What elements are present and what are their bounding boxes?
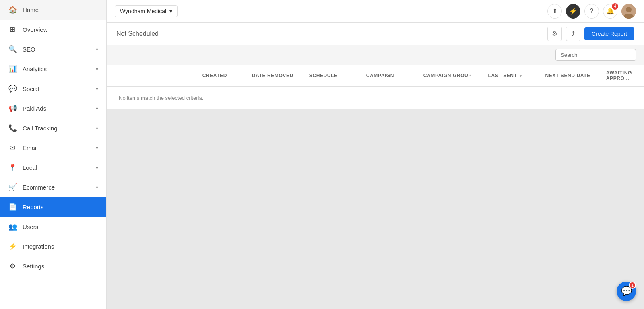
sidebar-item-integrations[interactable]: ⚡Integrations [0, 237, 106, 256]
sidebar-item-label-ecommerce: Ecommerce [23, 184, 55, 191]
chevron-down-icon: ▾ [96, 106, 98, 111]
sidebar-item-label-users: Users [23, 223, 38, 230]
sidebar-item-analytics[interactable]: 📊Analytics▾ [0, 59, 106, 79]
call-tracking-icon: 📞 [8, 124, 17, 132]
sub-header-actions: ⚙ ⤴ Create Report [547, 27, 634, 41]
svg-point-1 [626, 7, 632, 12]
col-campaign: CAMPAIGN [362, 68, 419, 83]
col-next-send-date: NEXT SEND DATE [541, 68, 602, 83]
analytics-icon: 📊 [8, 65, 17, 73]
sidebar-item-label-local: Local [23, 164, 37, 171]
sidebar-item-local[interactable]: 📍Local▾ [0, 158, 106, 177]
sidebar-item-label-email: Email [23, 144, 38, 151]
ecommerce-icon: 🛒 [8, 183, 17, 192]
sidebar-item-seo[interactable]: 🔍SEO▾ [0, 39, 106, 59]
sidebar-item-overview[interactable]: ⊞Overview [0, 20, 106, 39]
lightning-icon-button[interactable]: ⚡ [566, 4, 580, 19]
main-content: Wyndham Medical ▾ ⬆ ⚡ ? 🔔 4 Not Schedule… [107, 0, 644, 309]
settings-icon: ⚙ [8, 262, 17, 270]
org-name: Wyndham Medical [120, 8, 166, 14]
sidebar-item-reports[interactable]: 📄Reports [0, 197, 106, 217]
sidebar-item-label-reports: Reports [23, 204, 44, 210]
sidebar-item-label-seo: SEO [23, 46, 35, 53]
help-icon-button[interactable]: ? [584, 4, 599, 19]
sidebar-item-label-social: Social [23, 85, 39, 92]
sidebar-item-label-analytics: Analytics [23, 66, 47, 72]
sidebar-item-call-tracking[interactable]: 📞Call Tracking▾ [0, 118, 106, 138]
chevron-down-icon: ▾ [96, 86, 98, 92]
import-icon-button[interactable]: ⬆ [547, 4, 562, 19]
col-last-sent[interactable]: LAST SENT ▼ [484, 68, 541, 83]
header-icons: ⬆ ⚡ ? 🔔 4 [547, 4, 636, 19]
chevron-down-icon: ▾ [96, 145, 98, 151]
chevron-down-icon: ▾ [96, 66, 98, 72]
sidebar-item-label-paid-ads: Paid Ads [23, 105, 46, 112]
col-created: CREATED [198, 68, 248, 83]
share-icon-button[interactable]: ⤴ [566, 27, 580, 41]
col-name [115, 71, 198, 80]
sidebar-item-label-settings: Settings [23, 263, 44, 270]
search-row [107, 45, 644, 65]
chevron-down-icon: ▾ [96, 126, 98, 131]
chevron-down-icon: ▾ [96, 47, 98, 52]
sidebar-item-users[interactable]: 👥Users [0, 217, 106, 237]
sidebar-item-social[interactable]: 💬Social▾ [0, 79, 106, 99]
create-report-button[interactable]: Create Report [584, 27, 634, 40]
sidebar-item-email[interactable]: ✉Email▾ [0, 138, 106, 158]
empty-message: No items match the selected criteria. [107, 87, 644, 109]
table-header: CREATED DATE REMOVED SCHEDULE CAMPAIGN C… [107, 65, 644, 87]
avatar[interactable] [621, 4, 636, 19]
chat-button[interactable]: 💬 1 [617, 282, 636, 301]
sidebar-item-label-home: Home [23, 6, 39, 13]
sort-icon: ▼ [519, 74, 523, 78]
users-icon: 👥 [8, 222, 17, 231]
reports-icon: 📄 [8, 203, 17, 211]
paid-ads-icon: 📢 [8, 104, 17, 113]
integrations-icon: ⚡ [8, 242, 17, 251]
col-awaiting-approval: AWAITING APPRO... [602, 65, 636, 86]
sidebar-item-paid-ads[interactable]: 📢Paid Ads▾ [0, 99, 106, 118]
sidebar-item-label-overview: Overview [23, 26, 48, 33]
chevron-down-icon: ▾ [169, 8, 172, 14]
notifications-icon-button[interactable]: 🔔 4 [603, 4, 617, 19]
chat-badge: 1 [629, 282, 636, 289]
local-icon: 📍 [8, 163, 17, 172]
col-schedule: SCHEDULE [305, 68, 362, 83]
sidebar: 🏠Home⊞Overview🔍SEO▾📊Analytics▾💬Social▾📢P… [0, 0, 107, 309]
chevron-down-icon: ▾ [96, 185, 98, 190]
notification-badge: 4 [612, 3, 618, 10]
home-icon: 🏠 [8, 6, 17, 14]
sidebar-item-ecommerce[interactable]: 🛒Ecommerce▾ [0, 177, 106, 197]
search-input[interactable] [555, 49, 636, 61]
gray-area [107, 109, 644, 309]
col-date-removed: DATE REMOVED [248, 68, 305, 83]
overview-icon: ⊞ [8, 25, 17, 34]
filter-icon-button[interactable]: ⚙ [547, 27, 562, 41]
seo-icon: 🔍 [8, 45, 17, 54]
sidebar-item-label-integrations: Integrations [23, 243, 54, 250]
sub-header: Not Scheduled ⚙ ⤴ Create Report [107, 23, 644, 45]
col-campaign-group: CAMPAIGN GROUP [419, 68, 484, 83]
top-header: Wyndham Medical ▾ ⬆ ⚡ ? 🔔 4 [107, 0, 644, 23]
sidebar-item-settings[interactable]: ⚙Settings [0, 256, 106, 276]
email-icon: ✉ [8, 144, 17, 152]
social-icon: 💬 [8, 84, 17, 93]
sub-header-title: Not Scheduled [116, 30, 159, 37]
sidebar-item-home[interactable]: 🏠Home [0, 0, 106, 20]
chevron-down-icon: ▾ [96, 165, 98, 171]
sidebar-item-label-call-tracking: Call Tracking [23, 125, 58, 132]
org-selector[interactable]: Wyndham Medical ▾ [115, 5, 178, 17]
